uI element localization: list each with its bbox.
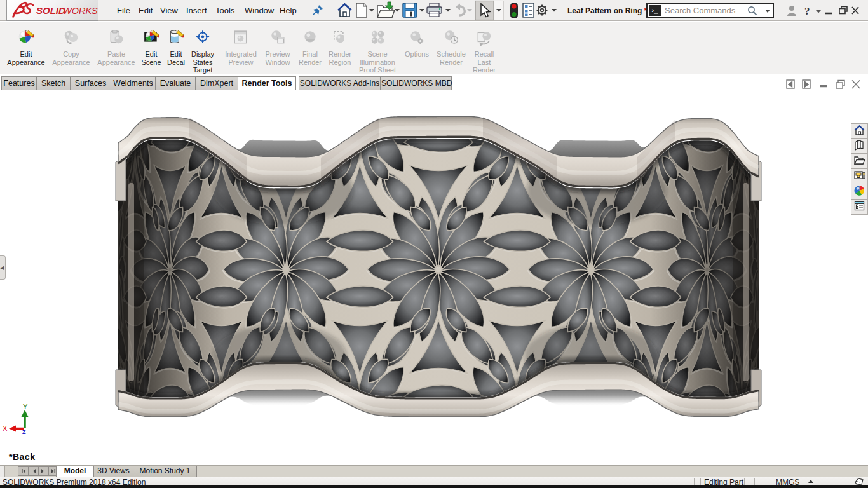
svg-text:WORKS: WORKS <box>63 6 98 16</box>
svg-text:SOLID: SOLID <box>36 5 65 16</box>
svg-text:Z: Z <box>22 429 26 435</box>
svg-text:Y: Y <box>23 403 28 410</box>
svg-text:?: ? <box>804 5 810 17</box>
svg-text:X: X <box>3 424 8 432</box>
